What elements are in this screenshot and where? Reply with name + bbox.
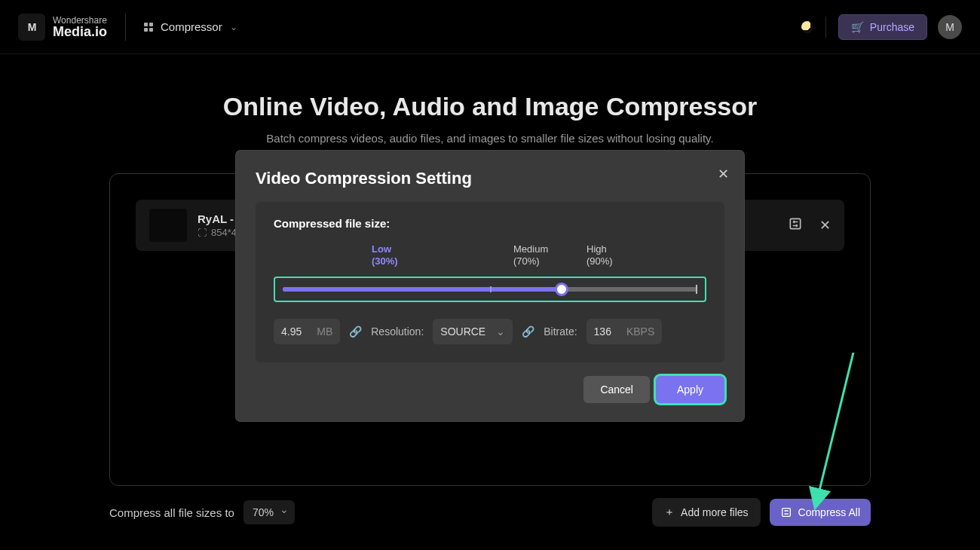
file-settings-icon[interactable] (788, 216, 803, 235)
compress-all-label: Compress All (798, 506, 860, 518)
add-more-files-button[interactable]: ＋ Add more files (652, 498, 760, 527)
bitrate-label: Bitrate: (544, 325, 577, 338)
apply-button[interactable]: Apply (656, 376, 724, 403)
purchase-button[interactable]: 🛒 Purchase (838, 14, 927, 40)
compress-all-sizes-label: Compress all file sizes to (109, 506, 234, 519)
add-more-files-label: Add more files (681, 506, 748, 518)
page-subtitle: Batch compress videos, audio files, and … (0, 132, 980, 145)
apps-icon (144, 23, 153, 32)
bitrate-value: 136 (594, 325, 611, 338)
purchase-label: Purchase (870, 21, 914, 33)
slider-tick-low: Low (30%) (372, 243, 398, 267)
file-thumbnail (149, 209, 187, 242)
page-title: Online Video, Audio and Image Compressor (0, 92, 980, 121)
svg-rect-1 (782, 509, 790, 517)
brand-logo[interactable]: M Wondershare Media.io (18, 14, 126, 41)
resolution-label: Resolution: (371, 325, 424, 338)
compress-percent-select[interactable]: 70% (243, 500, 295, 524)
slider-thumb[interactable] (555, 283, 568, 296)
compressed-size-caption: Compressed file size: (274, 217, 706, 230)
expand-icon: ⛶ (198, 228, 207, 238)
chevron-down-icon: ⌄ (230, 22, 237, 32)
top-bar: M Wondershare Media.io Compressor ⌄ 🛒 Pu… (0, 0, 980, 54)
modal-title: Video Compression Setting (256, 169, 724, 188)
tool-selector[interactable]: Compressor ⌄ (144, 20, 237, 33)
target-size-unit: MB (317, 325, 332, 338)
compression-slider[interactable] (280, 283, 700, 296)
link-icon: 🔗 (522, 325, 534, 338)
slider-tick-medium: Medium (70%) (513, 243, 548, 267)
plus-icon: ＋ (664, 506, 675, 519)
compress-all-button[interactable]: Compress All (770, 499, 871, 526)
brand-name-top: Wondershare (53, 16, 107, 25)
slider-highlight (274, 277, 706, 302)
user-avatar[interactable]: M (938, 15, 962, 39)
theme-toggle-icon[interactable] (801, 21, 813, 33)
bitrate-unit: KBPS (626, 325, 654, 338)
target-size-field[interactable]: 4.95 MB (274, 319, 340, 344)
resolution-value: SOURCE (440, 325, 485, 338)
link-icon: 🔗 (349, 325, 362, 338)
compress-icon (780, 506, 792, 518)
bottom-bar: Compress all file sizes to 70% ＋ Add mor… (109, 498, 871, 527)
compression-settings-modal: ✕ Video Compression Setting Compressed f… (236, 151, 744, 421)
target-size-value: 4.95 (281, 325, 302, 338)
tool-selector-label: Compressor (161, 20, 222, 33)
bitrate-field[interactable]: 136 KBPS (586, 319, 663, 344)
brand-badge: M (18, 14, 45, 41)
resolution-select[interactable]: SOURCE (433, 319, 513, 344)
slider-tick-high: High (90%) (586, 243, 613, 267)
svg-rect-0 (790, 218, 800, 228)
file-remove-icon[interactable]: ✕ (819, 217, 831, 234)
brand-name-bottom: Media.io (53, 25, 107, 38)
cart-icon: 🛒 (851, 21, 864, 33)
close-icon[interactable]: ✕ (718, 166, 729, 182)
cancel-button[interactable]: Cancel (583, 376, 650, 403)
